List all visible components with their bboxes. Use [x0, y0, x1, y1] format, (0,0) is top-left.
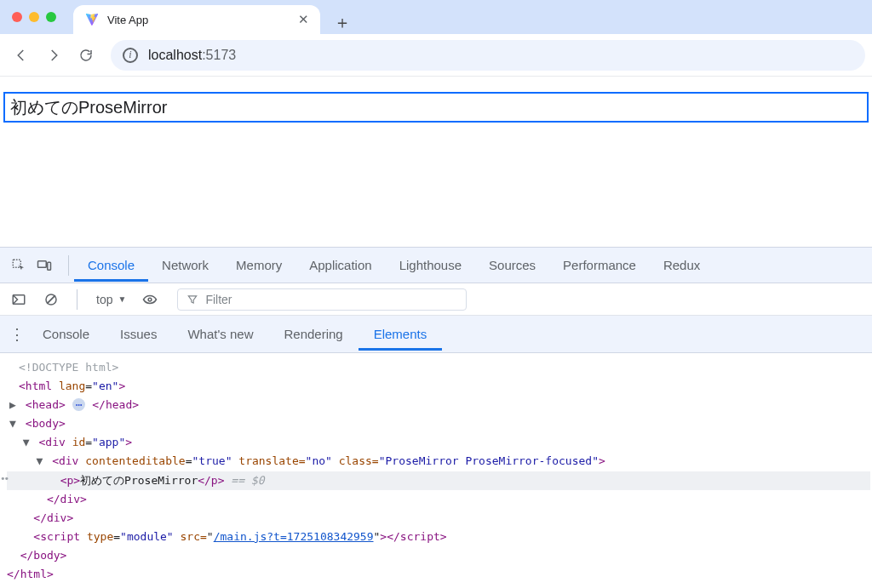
prosemirror-editor[interactable]: 初めてのProseMirror [3, 92, 869, 123]
drawer-tab-whatsnew[interactable]: What's new [172, 318, 268, 351]
clear-console-icon[interactable] [39, 288, 63, 311]
close-window-button[interactable] [12, 12, 22, 22]
page-viewport: 初めてのProseMirror [0, 77, 872, 247]
url-text: localhost:5173 [148, 48, 236, 63]
devtools-panel: Console Network Memory Application Light… [0, 247, 872, 588]
console-sidebar-toggle-icon[interactable] [7, 288, 31, 311]
vite-favicon [85, 13, 99, 26]
tab-application[interactable]: Application [295, 249, 385, 282]
console-filter-input[interactable]: Filter [177, 288, 467, 311]
expand-toggle-icon[interactable]: ▶ [7, 396, 19, 414]
tab-strip: Vite App ✕ ＋ [73, 0, 872, 34]
collapse-toggle-icon[interactable]: ▼ [33, 452, 45, 471]
svg-point-5 [149, 298, 152, 301]
drawer-tab-elements[interactable]: Elements [359, 318, 443, 351]
browser-toolbar: i localhost:5173 [0, 34, 872, 77]
tab-redux[interactable]: Redux [650, 249, 714, 282]
devtools-drawer-tabs: ⋮ Console Issues What's new Rendering El… [0, 316, 872, 353]
tab-memory[interactable]: Memory [222, 249, 295, 282]
collapse-toggle-icon[interactable]: ▼ [7, 414, 19, 433]
editor-paragraph[interactable]: 初めてのProseMirror [10, 95, 862, 119]
inspect-element-icon[interactable] [7, 254, 31, 277]
drawer-more-icon[interactable]: ⋮ [7, 327, 27, 342]
reload-button[interactable] [72, 41, 100, 70]
tab-sources[interactable]: Sources [475, 249, 549, 282]
back-button[interactable] [7, 41, 36, 70]
devtools-main-tabs: Console Network Memory Application Light… [0, 248, 872, 283]
svg-rect-1 [38, 260, 47, 267]
drawer-tab-console[interactable]: Console [27, 318, 105, 351]
script-src-link[interactable]: /main.js?t=1725108342959 [214, 530, 374, 543]
selected-dom-node[interactable]: <p>初めてのProseMirror</p> == $0 [7, 471, 870, 490]
close-tab-icon[interactable]: ✕ [296, 13, 310, 26]
tab-console[interactable]: Console [74, 249, 148, 282]
window-controls [12, 12, 56, 22]
new-tab-button[interactable]: ＋ [330, 10, 354, 34]
browser-titlebar: Vite App ✕ ＋ [0, 0, 872, 34]
device-toolbar-icon[interactable] [32, 254, 56, 277]
elements-dom-tree[interactable]: <!DOCTYPE html> <html lang="en"> ▶ <head… [0, 353, 872, 588]
console-context-selector[interactable]: top▼ [91, 293, 131, 306]
browser-tab[interactable]: Vite App ✕ [73, 5, 320, 34]
maximize-window-button[interactable] [46, 12, 56, 22]
tab-title: Vite App [107, 14, 288, 26]
tab-network[interactable]: Network [148, 249, 222, 282]
collapse-toggle-icon[interactable]: ▼ [20, 433, 32, 452]
drawer-tab-issues[interactable]: Issues [105, 318, 172, 351]
filter-icon [186, 294, 198, 305]
drawer-tab-rendering[interactable]: Rendering [268, 318, 358, 351]
tab-performance[interactable]: Performance [549, 249, 650, 282]
address-bar[interactable]: i localhost:5173 [111, 40, 865, 71]
tab-lighthouse[interactable]: Lighthouse [386, 249, 475, 282]
filter-placeholder: Filter [205, 293, 232, 306]
collapsed-ellipsis-icon[interactable]: ⋯ [72, 398, 86, 411]
site-info-icon[interactable]: i [123, 48, 138, 63]
live-expression-icon[interactable] [140, 288, 160, 311]
minimize-window-button[interactable] [29, 12, 39, 22]
svg-rect-2 [48, 262, 51, 270]
forward-button[interactable] [39, 41, 68, 70]
console-toolbar: top▼ Filter [0, 283, 872, 316]
